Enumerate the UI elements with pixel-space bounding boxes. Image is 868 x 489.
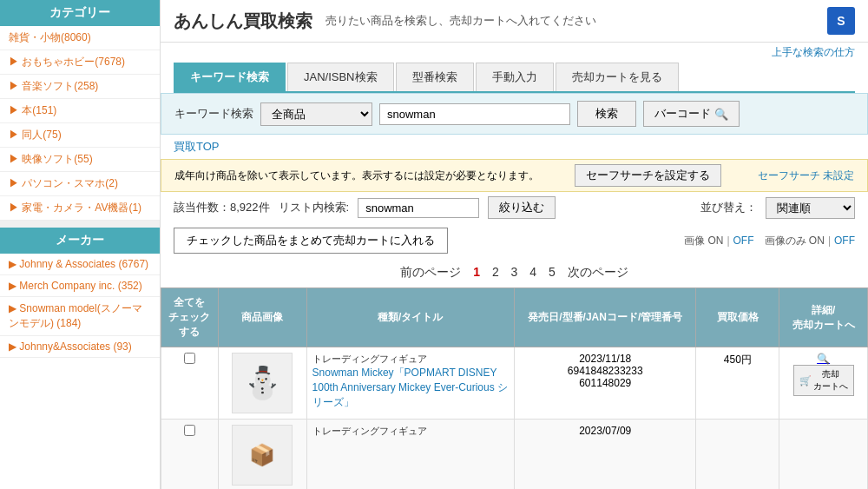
sidebar-link-video[interactable]: ▶ 映像ソフト(55) [9,153,93,165]
tab-manual[interactable]: 手動入力 [476,63,554,91]
prev-page-link[interactable]: 前のページ [400,265,461,279]
safe-search-link[interactable]: セーフサーチ 未設定 [758,169,854,182]
cart-icon: 🛒 [799,375,812,387]
image-toggle: 画像 ON | OFF 画像のみ ON | OFF [684,234,855,248]
sidebar-item-book[interactable]: ▶ 本(151) [0,99,160,123]
search-icon: 🔍 [714,108,728,121]
tab-model[interactable]: 型番検索 [396,63,474,91]
th-price: 買取価格 [696,288,779,347]
sidebar-link-book[interactable]: ▶ 本(151) [9,104,56,116]
sidebar-item-merch[interactable]: ▶ Merch Company inc. (352) [0,275,160,297]
filter-row: 該当件数：8,922件 リスト内検索: 絞り込む 並び替え： 関連順 新着順 価… [161,192,868,223]
safe-search-button[interactable]: セーフサーチを設定する [575,164,721,187]
sidebar-link-merch[interactable]: ▶ Merch Company inc. (352) [9,280,142,292]
sidebar-link-misc[interactable]: 雑貨・小物(8060) [9,31,91,43]
sidebar-link-johnny2[interactable]: ▶ Johnny&Associates (93) [9,340,132,353]
sidebar-link-toy[interactable]: ▶ おもちゃホビー(7678) [9,56,125,68]
sidebar-link-electronics[interactable]: ▶ 家電・カメラ・AV機器(1) [9,202,141,214]
top-header: あんしん買取検索 売りたい商品を検索し、売却カートへ入れてください S [161,0,868,43]
row1-sell-button[interactable]: 🛒 売却カートへ [793,365,854,396]
bulk-cart-button[interactable]: チェックした商品をまとめて売却カートに入れる [174,228,448,254]
help-link[interactable]: 上手な検索の仕方 [772,46,855,58]
breadcrumb-row: 買取TOP [161,135,868,159]
barcode-button[interactable]: バーコード 🔍 [643,101,740,127]
row1-info-cell: 2023/11/18 6941848233233 601148029 [514,347,695,420]
sort-label: 並び替え： [700,200,757,215]
sidebar-link-doujin[interactable]: ▶ 同人(75) [9,129,62,141]
list-search-label: リスト内検索: [279,200,350,215]
site-subtitle: 売りたい商品を検索し、売却カートへ入れてください [326,13,827,29]
tabs: キーワード検索 JAN/ISBN検索 型番検索 手動入力 売却カートを見る [174,63,855,93]
th-check-label: 全てをチェックする [168,296,210,338]
page-5-link[interactable]: 5 [549,265,556,279]
list-search-input[interactable] [358,198,479,218]
sidebar-link-pc[interactable]: ▶ パソコン・スマホ(2) [9,177,118,189]
page-2-link[interactable]: 2 [492,265,499,279]
th-image-label: 商品画像 [241,311,283,323]
row2-type-cell: トレーディングフィギュア [306,420,514,490]
page-4-link[interactable]: 4 [529,265,536,279]
row1-manage: 601148029 [520,377,690,389]
product-table: 全てをチェックする 商品画像 種類/タイトル 発売日/型番/JANコード/管理番… [161,287,868,489]
image-toggle-sep1: | [727,235,729,247]
bulk-cart-row: チェックした商品をまとめて売却カートに入れる 画像 ON | OFF 画像のみ … [161,223,868,258]
search-bar-label: キーワード検索 [174,106,253,122]
placeholder-icon: 📦 [249,443,275,467]
row1-release-date: 2023/11/18 [520,353,690,365]
sidebar-item-doujin[interactable]: ▶ 同人(75) [0,123,160,148]
category-header: カテゴリー [0,0,160,26]
row1-product-type: トレーディングフィギュア [312,353,509,366]
row1-jan: 6941848233233 [520,365,690,377]
sidebar-item-snowman-model[interactable]: ▶ Snowman model(スノーマンモデル) (184) [0,297,160,336]
row2-image-cell: 📦 [218,420,306,490]
table-row: ⛄ トレーディングフィギュア Snowman Mickey「POPMART DI… [161,347,868,420]
th-detail-label: 詳細/売却カートへ [792,304,855,331]
row1-price-cell: 450円 [696,347,779,420]
sidebar-link-music[interactable]: ▶ 音楽ソフト(258) [9,80,98,92]
filter-button[interactable]: 絞り込む [488,196,556,219]
image-only-off-link[interactable]: OFF [834,235,855,247]
magnify-icon: 🔍 [817,353,830,365]
tab-jan[interactable]: JAN/ISBN検索 [287,63,394,91]
page-1-link[interactable]: 1 [473,265,480,279]
sort-select[interactable]: 関連順 新着順 価格が高い 価格が低い [766,197,855,219]
site-title: あんしん買取検索 [174,10,312,33]
search-bar: キーワード検索 全商品 雑貨・小物 おもちゃホビー 音楽ソフト 本 同人 映像ソ… [161,93,868,135]
sidebar-item-music[interactable]: ▶ 音楽ソフト(258) [0,75,160,99]
row1-product-link[interactable]: Snowman Mickey「POPMART DISNEY 100th Anni… [312,367,508,408]
th-check: 全てをチェックする [161,288,219,347]
row1-image-cell: ⛄ [218,347,306,420]
sidebar: カテゴリー 雑貨・小物(8060) ▶ おもちゃホビー(7678) ▶ 音楽ソフ… [0,0,161,489]
search-input[interactable] [379,103,570,125]
row1-detail-link[interactable]: 🔍 [817,353,830,365]
image-off-link[interactable]: OFF [733,235,754,247]
search-category-select[interactable]: 全商品 雑貨・小物 おもちゃホビー 音楽ソフト 本 同人 映像ソフト [260,102,372,126]
sidebar-item-johnny2[interactable]: ▶ Johnny&Associates (93) [0,336,160,358]
page-3-link[interactable]: 3 [511,265,518,279]
help-link-row: 上手な検索の仕方 [161,43,868,63]
sidebar-item-misc[interactable]: 雑貨・小物(8060) [0,26,160,50]
safe-search-message: 成年向け商品を除いて表示しています。表示するには設定が必要となります。 [174,169,539,183]
sidebar-item-johnny[interactable]: ▶ Johnny & Associates (6767) [0,254,160,275]
sidebar-link-johnny[interactable]: ▶ Johnny & Associates (6767) [9,258,148,270]
safe-search-row: 成年向け商品を除いて表示しています。表示するには設定が必要となります。 セーフサ… [161,159,868,192]
th-type-label: 種類/タイトル [378,311,443,323]
row2-detail-cell [779,420,868,490]
row2-checkbox[interactable] [184,425,195,436]
sidebar-link-snowman-model[interactable]: ▶ Snowman model(スノーマンモデル) (184) [9,302,142,329]
sidebar-item-video[interactable]: ▶ 映像ソフト(55) [0,148,160,172]
row1-checkbox[interactable] [184,353,195,364]
row2-price-cell [696,420,779,490]
search-button[interactable]: 検索 [577,101,636,127]
sidebar-item-electronics[interactable]: ▶ 家電・カメラ・AV機器(1) [0,196,160,221]
snowman-emoji-icon: ⛄ [243,365,282,401]
sidebar-item-pc[interactable]: ▶ パソコン・スマホ(2) [0,172,160,196]
th-info: 発売日/型番/JANコード/管理番号 [514,288,695,347]
row2-release-date: 2023/07/09 [520,425,690,437]
next-page-link[interactable]: 次のページ [568,265,628,279]
sidebar-item-toy[interactable]: ▶ おもちゃホビー(7678) [0,50,160,75]
tab-keyword[interactable]: キーワード検索 [174,63,286,91]
row2-check-cell [161,420,219,490]
breadcrumb-link[interactable]: 買取TOP [174,140,220,153]
tab-cart[interactable]: 売却カートを見る [556,63,679,91]
